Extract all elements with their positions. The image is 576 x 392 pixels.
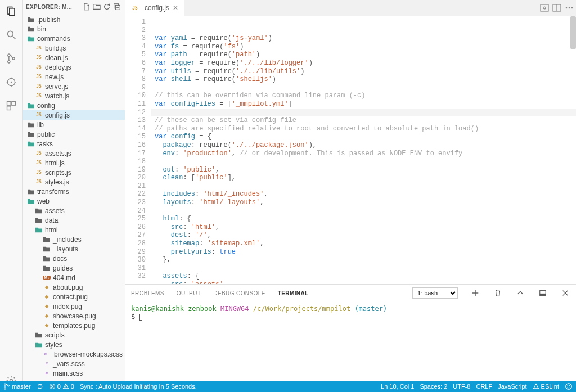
tree-item[interactable]: JSnew.js xyxy=(22,72,125,82)
terminal-output[interactable]: kanis@kanishk-zenbook MINGW64 /c/Work/pr… xyxy=(125,301,576,392)
tree-item[interactable]: scripts xyxy=(22,330,125,340)
tree-item[interactable]: JSwatch.js xyxy=(22,91,125,101)
folder-icon xyxy=(35,341,43,349)
panel-tab-problems[interactable]: PROBLEMS xyxy=(131,290,164,296)
new-folder-icon[interactable] xyxy=(92,2,101,11)
code-area[interactable]: var yaml = require('js-yaml')var fs = re… xyxy=(151,16,576,284)
search-icon[interactable] xyxy=(4,28,18,42)
terminal-selector[interactable]: 1: bash xyxy=(412,287,458,299)
tree-item[interactable]: docs xyxy=(22,254,125,263)
panel-tab-debug[interactable]: DEBUG CONSOLE xyxy=(213,290,265,296)
tree-item[interactable]: JSdeploy.js xyxy=(22,62,125,72)
tree-item[interactable]: JSassets.js xyxy=(22,148,125,158)
tree-item[interactable]: ◆contact.pug xyxy=(22,292,125,301)
editor-scrollbar[interactable] xyxy=(570,16,576,284)
tree-item[interactable]: guides xyxy=(22,263,125,273)
js-file-icon: JS xyxy=(35,111,43,119)
tree-item[interactable]: ◆showcase.pug xyxy=(22,311,125,321)
tree-item[interactable]: lib xyxy=(22,120,125,129)
tree-item-label: web xyxy=(37,197,50,205)
tree-item[interactable]: M↓404.md xyxy=(22,273,125,282)
panel-tab-terminal[interactable]: TERMINAL xyxy=(278,290,309,296)
status-sync-msg[interactable]: Sync : Auto Upload Initiating In 5 Secon… xyxy=(80,383,197,390)
tree-item[interactable]: ◆about.pug xyxy=(22,282,125,292)
tree-item[interactable]: _includes xyxy=(22,235,125,244)
maximize-panel-icon[interactable] xyxy=(515,288,525,298)
status-eol[interactable]: CRLF xyxy=(476,383,492,390)
folder-icon xyxy=(35,226,43,234)
new-file-icon[interactable] xyxy=(82,2,91,11)
tree-item-label: assets xyxy=(45,207,65,215)
tree-item[interactable]: ◆templates.pug xyxy=(22,321,125,330)
tree-item[interactable]: config xyxy=(22,101,125,110)
refresh-icon[interactable] xyxy=(102,2,111,11)
status-cursor-pos[interactable]: Ln 10, Col 1 xyxy=(381,383,414,390)
tree-item-label: new.js xyxy=(45,73,64,81)
tree-item-label: config.js xyxy=(45,111,70,119)
bottom-panel: PROBLEMS OUTPUT DEBUG CONSOLE TERMINAL 1… xyxy=(125,284,576,392)
status-language[interactable]: JavaScript xyxy=(498,383,526,390)
tree-item-label: deploy.js xyxy=(45,64,71,71)
tree-item-label: templates.pug xyxy=(53,322,95,330)
pug-file-icon: ◆ xyxy=(43,303,51,310)
tree-item[interactable]: data xyxy=(22,215,125,225)
tree-item[interactable]: JSconfig.js xyxy=(22,110,125,120)
folder-icon xyxy=(27,197,35,205)
tree-item[interactable]: #main.scss xyxy=(22,368,125,378)
tree-item[interactable]: transforms xyxy=(22,187,125,196)
tree-item-label: html xyxy=(45,226,58,234)
tree-item[interactable]: bin xyxy=(22,24,125,34)
svg-line-3 xyxy=(12,37,15,39)
tree-item-label: bin xyxy=(37,25,46,33)
tree-item[interactable]: #_vars.scss xyxy=(22,359,125,368)
status-sync-icon[interactable] xyxy=(37,383,43,390)
tree-item[interactable]: JShtml.js xyxy=(22,158,125,168)
collapse-all-icon[interactable] xyxy=(112,2,122,11)
status-indent[interactable]: Spaces: 2 xyxy=(420,383,447,390)
tree-item[interactable]: JSclean.js xyxy=(22,53,125,62)
tree-item[interactable]: .publish xyxy=(22,15,125,24)
tree-item[interactable]: #_browser-mockups.scss xyxy=(22,349,125,359)
tree-item[interactable]: tasks xyxy=(22,139,125,148)
more-actions-icon[interactable] xyxy=(564,2,575,13)
tree-item[interactable]: ◆index.pug xyxy=(22,301,125,311)
tree-item-label: clean.js xyxy=(45,54,68,62)
split-compare-icon[interactable] xyxy=(539,2,550,13)
tree-item[interactable]: JSstyles.js xyxy=(22,177,125,187)
close-tab-icon[interactable]: ✕ xyxy=(173,4,178,12)
tree-item[interactable]: JSscripts.js xyxy=(22,168,125,177)
tree-item[interactable]: html xyxy=(22,225,125,235)
extensions-icon[interactable] xyxy=(4,99,18,112)
folder-icon xyxy=(27,102,35,110)
tree-item[interactable]: assets xyxy=(22,206,125,215)
editor[interactable]: 1234567891011121314151617181920212223242… xyxy=(125,16,576,284)
tree-item[interactable]: styles xyxy=(22,340,125,349)
debug-icon[interactable] xyxy=(4,75,18,89)
close-panel-icon[interactable] xyxy=(560,288,570,298)
status-encoding[interactable]: UTF-8 xyxy=(453,383,470,390)
tree-item[interactable]: commands xyxy=(22,34,125,43)
split-editor-icon[interactable] xyxy=(551,2,562,13)
tree-item[interactable]: public xyxy=(22,129,125,139)
folder-icon xyxy=(43,255,51,263)
tree-item[interactable]: JSbuild.js xyxy=(22,43,125,53)
tree-item[interactable]: JSserve.js xyxy=(22,82,125,91)
source-control-icon[interactable] xyxy=(4,52,18,65)
svg-point-2 xyxy=(7,31,13,37)
tree-item[interactable]: web xyxy=(22,196,125,206)
tab-config-js[interactable]: JS config.js ✕ xyxy=(125,0,184,16)
status-problems[interactable]: 0 0 xyxy=(49,383,74,390)
svg-rect-13 xyxy=(7,102,11,106)
tree-item[interactable]: _layouts xyxy=(22,244,125,254)
tree-item-label: _vars.scss xyxy=(53,360,85,368)
kill-terminal-icon[interactable] xyxy=(493,288,503,298)
status-feedback-icon[interactable] xyxy=(565,382,573,390)
status-eslint[interactable]: ESLint xyxy=(533,383,559,390)
svg-rect-30 xyxy=(540,294,546,296)
panel-toggle-icon[interactable] xyxy=(538,288,548,298)
status-branch[interactable]: master xyxy=(3,383,31,390)
new-terminal-icon[interactable] xyxy=(470,288,480,298)
explorer-icon[interactable] xyxy=(4,4,18,18)
tree-item-label: contact.pug xyxy=(53,293,88,301)
panel-tab-output[interactable]: OUTPUT xyxy=(177,290,201,296)
